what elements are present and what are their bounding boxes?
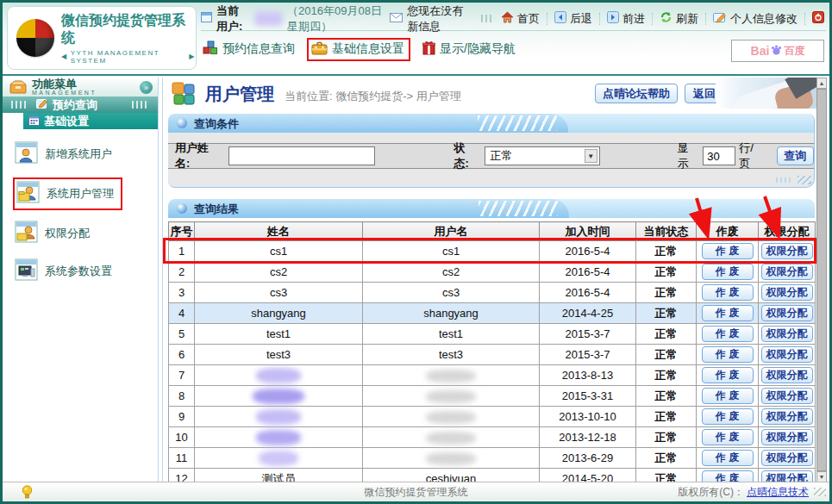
cell-username: cs1: [363, 241, 540, 262]
add-user-window-icon: [15, 141, 38, 167]
cell-name[interactable]: 测试员: [195, 469, 363, 483]
permission-assign-button[interactable]: 权限分配: [761, 470, 813, 482]
cell-permission: 权限分配: [759, 448, 816, 469]
sidebar-section-base-settings[interactable]: 基础设置: [23, 113, 158, 129]
vertical-scrollbar[interactable]: ▲ ▼: [816, 78, 827, 482]
nav-back[interactable]: 后退: [554, 11, 592, 27]
sidebar-section-reservation-query[interactable]: 预约查询: [3, 96, 158, 113]
cell-no: 7: [169, 365, 195, 386]
cell-name[interactable]: [195, 427, 363, 448]
resize-grip-icon: [814, 488, 826, 496]
toolbox-icon: [311, 41, 328, 58]
sidebar-item-system-parameters[interactable]: 系统参数设置: [13, 257, 117, 286]
search-button[interactable]: 查询: [777, 146, 814, 165]
cell-permission: 权限分配: [759, 283, 816, 303]
cell-void: 作 废: [697, 241, 759, 262]
cell-username: [363, 407, 540, 427]
void-button[interactable]: 作 废: [702, 346, 754, 363]
cell-void: 作 废: [697, 345, 759, 365]
cell-name[interactable]: test1: [195, 324, 363, 345]
permission-assign-button[interactable]: 权限分配: [761, 408, 813, 425]
permission-assign-button[interactable]: 权限分配: [761, 326, 813, 342]
void-button[interactable]: 作 废: [702, 450, 754, 466]
collapse-chevron-icon[interactable]: »: [140, 81, 153, 94]
void-button[interactable]: 作 废: [702, 429, 754, 445]
permission-assign-button[interactable]: 权限分配: [761, 367, 813, 383]
cell-status: 正常: [636, 386, 697, 407]
subtitle-left-arrow: ◀: [61, 53, 68, 60]
rows-per-page-input[interactable]: [703, 146, 735, 165]
sidebar-header: 功能菜单 MANAGEMENT »: [3, 78, 158, 96]
cell-no: 3: [169, 283, 195, 303]
col-name: 姓名: [195, 222, 363, 241]
baidu-paw-icon: [770, 43, 783, 59]
redacted-name: [259, 451, 298, 466]
void-button[interactable]: 作 废: [702, 388, 754, 404]
sidebar-item-add-user[interactable]: 新增系统用户: [13, 140, 117, 169]
copyright-link[interactable]: 点晴信息技术: [747, 485, 809, 500]
logout-power-icon[interactable]: [812, 11, 824, 26]
cell-no: 11: [169, 448, 195, 469]
redacted-username: [426, 370, 476, 383]
sidebar-splitter[interactable]: [158, 78, 163, 482]
cell-name[interactable]: cs2: [195, 262, 363, 283]
nav-forward[interactable]: 前进: [607, 11, 645, 27]
nav-refresh[interactable]: 刷新: [660, 11, 698, 27]
cell-void: 作 废: [697, 365, 759, 386]
divider: [804, 13, 805, 25]
main-content: 用户管理 当前位置: 微信预约提货-> 用户管理 点晴论坛帮助 返回 查询条件 …: [164, 78, 819, 482]
envelope-icon: [390, 12, 403, 25]
void-button[interactable]: 作 废: [702, 470, 754, 482]
sidebar-subtitle: MANAGEMENT: [32, 90, 140, 96]
void-button[interactable]: 作 废: [702, 367, 754, 383]
permission-assign-button[interactable]: 权限分配: [761, 243, 813, 259]
status-select[interactable]: 正常 ▼: [485, 146, 599, 165]
void-button[interactable]: 作 废: [702, 243, 754, 259]
permission-assign-button[interactable]: 权限分配: [761, 450, 813, 466]
username-input[interactable]: [228, 146, 375, 165]
nav-home[interactable]: 首页: [501, 11, 540, 27]
permission-assign-button[interactable]: 权限分配: [761, 346, 813, 363]
table-row: 8 2015-3-31 正常 作 废 权限分配: [169, 386, 816, 407]
redacted-username: [426, 411, 476, 424]
void-button[interactable]: 作 废: [702, 305, 754, 321]
cell-name[interactable]: test3: [195, 345, 363, 365]
sidebar: 功能菜单 MANAGEMENT » 预约查询 基础设置 新增系: [3, 78, 158, 482]
void-button[interactable]: 作 废: [702, 326, 754, 342]
baidu-logo-text-cn: 百度: [784, 44, 804, 59]
cell-name[interactable]: [195, 386, 363, 407]
void-button[interactable]: 作 废: [702, 284, 754, 301]
permission-assign-button[interactable]: 权限分配: [761, 264, 813, 280]
cell-name[interactable]: [195, 407, 363, 427]
cell-username: ceshiyuan: [363, 469, 540, 483]
permission-assign-button[interactable]: 权限分配: [761, 388, 813, 404]
sidebar-item-user-management[interactable]: 系统用户管理: [13, 177, 122, 210]
cell-no: 12: [169, 469, 195, 483]
app-subtitle: ◀ YYTH MANAGEMENT SYSTEM ▶: [61, 49, 196, 65]
menu-base-settings[interactable]: 基础信息设置: [307, 38, 410, 61]
nav-profile-edit[interactable]: 个人信息修改: [713, 11, 798, 27]
status-label: 状态:: [454, 140, 480, 171]
menu-toggle-navigation[interactable]: 显示/隐藏导航: [422, 40, 516, 58]
cell-name[interactable]: [195, 365, 363, 386]
table-row: 6 test3 test3 2015-3-7 正常 作 废 权限分配: [169, 345, 816, 365]
sidebar-item-permission-assignment[interactable]: 权限分配: [13, 219, 95, 248]
cell-name[interactable]: cs3: [195, 283, 363, 303]
forum-help-button[interactable]: 点晴论坛帮助: [595, 84, 678, 103]
cell-permission: 权限分配: [759, 386, 816, 407]
scrollbar-thumb[interactable]: [816, 89, 827, 471]
no-message-text: 您现在没有新信息: [407, 3, 469, 34]
cell-status: 正常: [636, 365, 697, 386]
scroll-up-icon[interactable]: ▲: [816, 78, 827, 89]
cell-name[interactable]: cs1: [195, 241, 363, 262]
permission-assign-button[interactable]: 权限分配: [761, 429, 813, 445]
void-button[interactable]: 作 废: [702, 264, 754, 280]
cell-name[interactable]: [195, 448, 363, 469]
cell-name[interactable]: shangyang: [195, 303, 363, 324]
menu-reservation-query[interactable]: 预约信息查询: [203, 40, 295, 58]
permission-assign-button[interactable]: 权限分配: [761, 284, 813, 301]
redacted-name: [253, 389, 304, 404]
void-button[interactable]: 作 废: [702, 408, 754, 425]
permission-assign-button[interactable]: 权限分配: [761, 305, 813, 321]
baidu-search-box[interactable]: Bai 百度: [731, 40, 824, 62]
